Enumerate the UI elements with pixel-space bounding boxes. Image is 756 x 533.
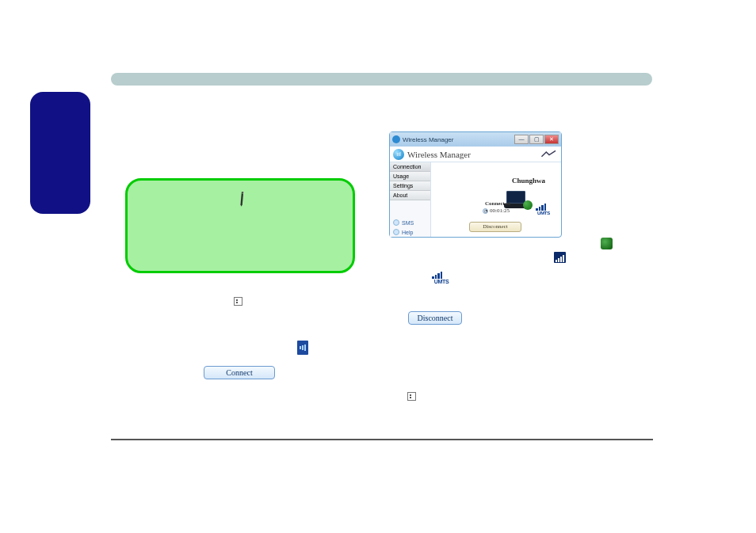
profile-list-icon [407,392,416,401]
app-favicon [392,135,400,143]
nav-usage[interactable]: Usage [390,172,430,181]
brand-logo-icon [540,150,558,159]
disconnect-button[interactable]: Disconnect [469,222,521,232]
tray-icon [297,341,308,355]
signal-bars-icon [554,252,566,263]
nav-about[interactable]: About [390,191,430,200]
maximize-button[interactable]: ▢ [529,135,544,144]
sms-icon [393,219,399,226]
app-sidebar: Connection Usage Settings About SMS Help [390,162,431,237]
nav-connection[interactable]: Connection [390,162,430,172]
header-bar [111,73,652,86]
clock-icon: ◔ [483,208,488,214]
disconnect-button-inline[interactable]: Disconnect [408,311,462,325]
status-text: Connected [485,200,510,207]
connect-button[interactable]: Connect [204,366,275,379]
wireless-manager-window: Wireless Manager — ▢ ✕ ııl Wireless Mana… [389,131,562,238]
sms-link[interactable]: SMS [390,218,430,227]
window-titlebar: Wireless Manager — ▢ ✕ [390,132,561,147]
minimize-button[interactable]: — [514,135,529,144]
globe-icon [601,238,613,249]
app-body: Connection Usage Settings About SMS Help… [390,162,561,237]
signal-logo-icon: ııl [393,149,404,160]
nav-settings[interactable]: Settings [390,181,430,191]
footer-divider [111,439,653,440]
operator-name: Chunghwa [512,177,545,185]
help-icon [393,229,399,235]
signal-indicator: UMTS [536,204,552,215]
app-title: Wireless Manager [407,150,471,159]
network-type: UMTS [536,211,552,215]
help-link[interactable]: Help [390,227,430,237]
umts-icon: UMTS [432,272,451,284]
chapter-tab [30,92,90,214]
close-button[interactable]: ✕ [544,135,559,144]
profile-list-icon [234,297,242,306]
window-title: Wireless Manager [403,136,453,143]
app-main: Chunghwa Connected ◔ 00:01:25 UMTS Disco… [431,162,561,237]
app-header: ııl Wireless Manager [390,147,561,162]
signal-bars-icon [536,204,552,211]
connection-timer: ◔ 00:01:25 [483,207,510,214]
